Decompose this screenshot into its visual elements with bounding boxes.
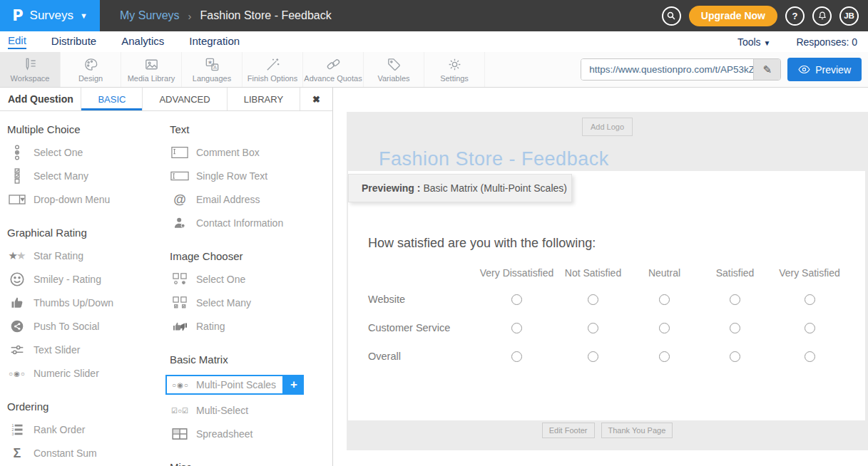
survey-title: Fashion Store - Feedback — [379, 148, 868, 170]
module-nav: Edit Distribute Analytics Integration To… — [0, 31, 868, 52]
matrix-cell — [476, 314, 557, 342]
nav-tab-edit[interactable]: Edit — [8, 34, 26, 49]
smiley-icon — [7, 271, 27, 287]
matrix-radio[interactable] — [730, 294, 740, 305]
toolbar-advance-quotas[interactable]: Advance Quotas — [303, 52, 364, 87]
matrix-cell — [770, 342, 849, 371]
preview-button[interactable]: Preview — [787, 58, 862, 81]
search-button[interactable] — [662, 6, 681, 26]
tab-basic[interactable]: BASIC — [81, 88, 142, 110]
previewing-value: Basic Matrix (Multi-Point Scales) — [423, 182, 567, 194]
nav-tab-distribute[interactable]: Distribute — [51, 35, 96, 48]
nav-tab-integration[interactable]: Integration — [189, 35, 240, 48]
search-icon — [666, 11, 676, 21]
settings-gear-icon — [446, 56, 463, 73]
qtype-image-select-one[interactable]: Select One — [170, 271, 332, 287]
qtype-comment-box[interactable]: Comment Box — [170, 145, 332, 160]
qtype-star-rating[interactable]: ★★ Star Rating — [7, 248, 170, 264]
matrix-radio[interactable] — [659, 323, 670, 333]
matrix-row-label: Customer Service — [368, 314, 476, 342]
matrix-radio[interactable] — [805, 351, 815, 362]
matrix-radio[interactable] — [659, 294, 670, 305]
matrix-column-header: Very Dissatisfied — [476, 261, 557, 285]
tab-advanced[interactable]: ADVANCED — [142, 88, 226, 110]
qtype-push-to-social[interactable]: Push To Social — [7, 319, 170, 334]
star-rating-icon: ★★ — [7, 249, 27, 262]
workspace-icon — [22, 56, 39, 73]
breadcrumb-my-surveys[interactable]: My Surveys — [120, 9, 180, 22]
qtype-single-row-text[interactable]: Single Row Text — [170, 168, 332, 184]
qtype-thumbs-up-down[interactable]: Thumbs Up/Down — [7, 295, 170, 311]
edit-footer-button[interactable]: Edit Footer — [542, 423, 595, 438]
nav-right: Tools ▼ Responses: 0 — [737, 36, 860, 48]
matrix-radio[interactable] — [511, 323, 522, 333]
qtype-text-slider[interactable]: Text Slider — [7, 342, 170, 358]
avatar[interactable]: JB — [839, 6, 859, 26]
survey-preview-canvas: Add Logo Fashion Store - Feedback Previe… — [347, 112, 868, 450]
section-heading: Text — [170, 123, 332, 135]
section-heading: Image Chooser — [170, 250, 332, 262]
panel-header: Add Question BASIC ADVANCED LIBRARY ✖ — [0, 88, 332, 111]
qtype-select-one[interactable]: Select One — [7, 145, 170, 160]
matrix-radio[interactable] — [805, 323, 815, 333]
toolbar-workspace[interactable]: Workspace — [0, 52, 61, 87]
matrix-radio[interactable] — [511, 351, 522, 362]
matrix-cell — [476, 342, 557, 371]
rank-order-icon: 123 — [7, 423, 27, 437]
spreadsheet-icon — [170, 428, 190, 440]
responses-count[interactable]: Responses: 0 — [796, 36, 857, 48]
matrix-radio[interactable] — [730, 351, 740, 362]
matrix-radio[interactable] — [511, 294, 522, 305]
close-panel-button[interactable]: ✖ — [300, 88, 332, 110]
close-icon: ✖ — [312, 94, 320, 105]
toolbar-finish-options[interactable]: Finish Options — [242, 52, 303, 87]
matrix-radio[interactable] — [805, 294, 815, 305]
matrix-radio[interactable] — [588, 323, 598, 333]
design-palette-icon — [83, 56, 99, 73]
numeric-slider-icon: ○◉○ — [7, 370, 27, 378]
toolbar-design[interactable]: Design — [61, 52, 121, 87]
toolbar-variables[interactable]: Variables — [364, 52, 424, 87]
qtype-dropdown-menu[interactable]: Drop-down Menu — [7, 192, 170, 207]
tab-library[interactable]: LIBRARY — [227, 88, 300, 110]
matrix-cell — [557, 342, 629, 371]
toolbar-media-library[interactable]: Media Library — [121, 52, 182, 87]
survey-url-input[interactable] — [581, 59, 753, 80]
image-rating-thumbs-icon — [170, 319, 190, 333]
matrix-radio[interactable] — [588, 351, 598, 362]
matrix-cell — [700, 342, 770, 371]
add-question-plus-button[interactable]: + — [284, 375, 304, 395]
toolbar-languages[interactable]: ★ A Languages — [182, 52, 242, 87]
nav-tab-analytics[interactable]: Analytics — [121, 35, 164, 48]
upgrade-now-button[interactable]: Upgrade Now — [689, 6, 777, 26]
multi-point-scales-box[interactable]: ○◉○ Multi-Point Scales — [165, 375, 284, 395]
product-switcher[interactable]: P Surveys ▼ — [0, 0, 100, 31]
tools-menu[interactable]: Tools ▼ — [737, 36, 770, 48]
qtype-contact-information[interactable]: Contact Information — [170, 215, 332, 231]
matrix-radio[interactable] — [588, 294, 598, 305]
qtype-spreadsheet[interactable]: Spreadsheet — [170, 426, 332, 442]
matrix-radio[interactable] — [730, 323, 740, 333]
qtype-constant-sum[interactable]: Σ Constant Sum — [7, 445, 170, 461]
qtype-email-address[interactable]: @ Email Address — [170, 192, 332, 207]
help-button[interactable]: ? — [785, 6, 805, 26]
section-heading: Ordering — [7, 400, 170, 413]
pencil-icon: ✎ — [762, 63, 772, 76]
qtype-rank-order[interactable]: 123 Rank Order — [7, 422, 170, 437]
qtype-image-select-many[interactable]: Select Many — [170, 295, 332, 311]
radio-stack-icon — [7, 145, 27, 160]
add-logo-button[interactable]: Add Logo — [582, 118, 633, 136]
qtype-select-many[interactable]: Select Many — [7, 168, 170, 184]
thank-you-page-button[interactable]: Thank You Page — [601, 423, 673, 438]
matrix-radio[interactable] — [659, 351, 670, 362]
edit-url-button[interactable]: ✎ — [753, 59, 780, 80]
qtype-multi-select[interactable]: ☑○☑ Multi-Select — [170, 403, 332, 418]
advance-quotas-chain-icon — [325, 56, 342, 73]
section-heading: Misc — [170, 461, 332, 466]
qtype-smiley-rating[interactable]: Smiley - Rating — [7, 271, 170, 287]
qtype-image-rating[interactable]: Rating — [170, 319, 332, 334]
qtype-multi-point-scales[interactable]: ○◉○ Multi-Point Scales + — [165, 375, 304, 395]
qtype-numeric-slider[interactable]: ○◉○ Numeric Slider — [7, 366, 170, 381]
notifications-button[interactable] — [812, 6, 832, 26]
toolbar-settings[interactable]: Settings — [424, 52, 485, 87]
